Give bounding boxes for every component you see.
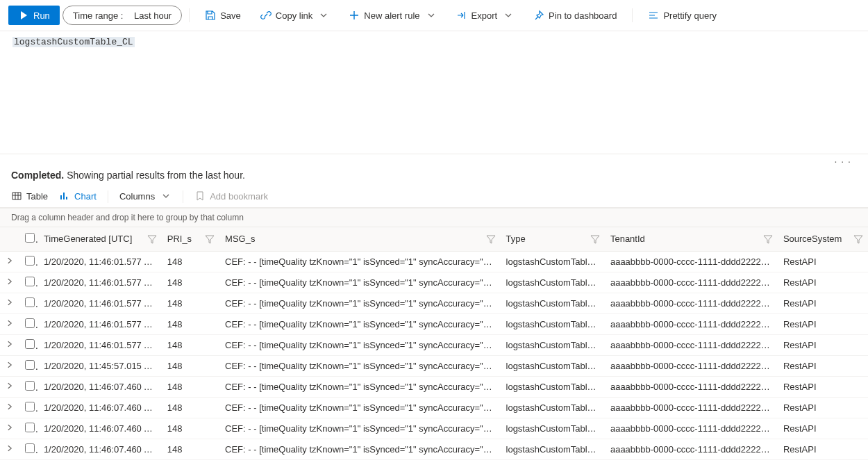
cell-pri: 148 <box>162 439 219 459</box>
time-range-button[interactable]: Time range : Last hour <box>62 6 182 25</box>
tab-chart-label: Chart <box>74 191 97 202</box>
expand-toggle[interactable] <box>0 376 19 397</box>
toolbar-separator <box>632 8 633 22</box>
export-button[interactable]: Export <box>448 6 523 25</box>
header-msg[interactable]: MSG_s <box>219 227 500 251</box>
row-check[interactable] <box>19 313 37 334</box>
row-check[interactable] <box>19 439 37 459</box>
row-checkbox[interactable] <box>25 339 35 349</box>
row-check[interactable] <box>19 397 37 418</box>
row-check[interactable] <box>19 334 37 355</box>
filter-icon[interactable] <box>204 234 215 245</box>
cell-time: 1/20/2020, 11:45:57.015 AM <box>38 355 162 376</box>
row-check[interactable] <box>19 293 37 313</box>
expand-toggle[interactable] <box>0 251 19 272</box>
header-type-label: Type <box>506 234 526 244</box>
row-check[interactable] <box>19 376 37 397</box>
expand-toggle[interactable] <box>0 397 19 418</box>
header-pri[interactable]: PRI_s <box>162 227 219 251</box>
save-icon <box>205 10 216 21</box>
filter-icon[interactable] <box>590 234 601 245</box>
cell-pri: 148 <box>162 272 219 293</box>
row-checkbox[interactable] <box>25 360 35 370</box>
cell-time: 1/20/2020, 11:46:07.460 AM <box>38 376 162 397</box>
tab-separator <box>183 190 183 203</box>
tab-chart[interactable]: Chart <box>59 190 97 203</box>
row-checkbox[interactable] <box>25 256 35 266</box>
columns-dropdown[interactable]: Columns <box>119 190 172 203</box>
pin-button[interactable]: Pin to dashboard <box>525 6 625 25</box>
expand-toggle[interactable] <box>0 293 19 313</box>
table-row[interactable]: 1/20/2020, 11:46:07.460 AM148CEF: - - [t… <box>0 397 868 418</box>
cell-msg: CEF: - - [timeQuality tzKnown="1" isSync… <box>219 376 500 397</box>
filter-icon[interactable] <box>485 234 496 245</box>
header-type[interactable]: Type <box>501 227 605 251</box>
header-source-label: SourceSystem <box>783 234 842 244</box>
header-time[interactable]: TimeGenerated [UTC] <box>38 227 162 251</box>
filter-icon[interactable] <box>147 234 158 245</box>
filter-icon[interactable] <box>853 234 864 245</box>
table-row[interactable]: 1/20/2020, 11:46:01.577 AM148CEF: - - [t… <box>0 272 868 293</box>
expand-toggle[interactable] <box>0 355 19 376</box>
row-checkbox[interactable] <box>25 297 35 307</box>
row-checkbox[interactable] <box>25 402 35 411</box>
header-check[interactable] <box>19 227 37 251</box>
expand-toggle[interactable] <box>0 439 19 459</box>
results-table: TimeGenerated [UTC] PRI_s MSG_s Type Ten… <box>0 227 868 460</box>
header-msg-label: MSG_s <box>225 234 255 244</box>
group-by-drop-zone[interactable]: Drag a column header and drop it here to… <box>0 208 868 227</box>
row-checkbox[interactable] <box>25 381 35 391</box>
cell-tenant: aaaabbbb-0000-cccc-1111-dddd2222eeee <box>605 313 778 334</box>
table-row[interactable]: 1/20/2020, 11:46:01.577 AM148CEF: - - [t… <box>0 251 868 272</box>
row-checkbox[interactable] <box>25 423 35 432</box>
more-icon[interactable]: · · · <box>0 154 868 163</box>
new-alert-button[interactable]: New alert rule <box>340 6 444 25</box>
expand-toggle[interactable] <box>0 418 19 439</box>
bookmark-label: Add bookmark <box>210 191 268 202</box>
table-row[interactable]: 1/20/2020, 11:46:07.460 AM148CEF: - - [t… <box>0 439 868 459</box>
cell-pri: 148 <box>162 397 219 418</box>
table-row[interactable]: 1/20/2020, 11:46:01.577 AM148CEF: - - [t… <box>0 293 868 313</box>
prettify-button[interactable]: Prettify query <box>640 6 725 25</box>
cell-tenant: aaaabbbb-0000-cccc-1111-dddd2222eeee <box>605 355 778 376</box>
pin-icon <box>533 10 544 21</box>
tab-table[interactable]: Table <box>11 190 48 203</box>
copy-link-button[interactable]: Copy link <box>252 6 337 25</box>
cell-type: logstashCustomTable_CL <box>501 439 605 459</box>
run-button[interactable]: Run <box>8 6 60 25</box>
export-label: Export <box>471 10 498 21</box>
row-checkbox[interactable] <box>25 443 35 453</box>
cell-pri: 148 <box>162 293 219 313</box>
cell-tenant: aaaabbbb-0000-cccc-1111-dddd2222eeee <box>605 439 778 459</box>
row-check[interactable] <box>19 355 37 376</box>
expand-toggle[interactable] <box>0 334 19 355</box>
table-row[interactable]: 1/20/2020, 11:45:57.015 AM148CEF: - - [t… <box>0 355 868 376</box>
cell-type: logstashCustomTable_CL <box>501 376 605 397</box>
table-row[interactable]: 1/20/2020, 11:46:01.577 AM148CEF: - - [t… <box>0 313 868 334</box>
table-row[interactable]: 1/20/2020, 11:46:07.460 AM148CEF: - - [t… <box>0 376 868 397</box>
cell-time: 1/20/2020, 11:46:01.577 AM <box>38 251 162 272</box>
filter-icon[interactable] <box>762 234 774 245</box>
header-source[interactable]: SourceSystem <box>778 227 868 251</box>
save-button[interactable]: Save <box>197 6 249 25</box>
row-check[interactable] <box>19 418 37 439</box>
cell-tenant: aaaabbbb-0000-cccc-1111-dddd2222eeee <box>605 418 778 439</box>
expand-toggle[interactable] <box>0 272 19 293</box>
row-check[interactable] <box>19 272 37 293</box>
row-check[interactable] <box>19 251 37 272</box>
select-all-checkbox[interactable] <box>25 233 35 243</box>
plus-icon <box>349 10 360 21</box>
link-icon <box>260 10 272 21</box>
run-label: Run <box>33 10 50 21</box>
time-range-value: Last hour <box>134 10 172 21</box>
row-checkbox[interactable] <box>25 277 35 286</box>
status-label: Completed. <box>11 170 64 181</box>
query-editor[interactable]: logstashCustomTable_CL <box>0 31 868 154</box>
cell-time: 1/20/2020, 11:46:01.577 AM <box>38 313 162 334</box>
header-tenant[interactable]: TenantId <box>605 227 778 251</box>
expand-toggle[interactable] <box>0 313 19 334</box>
table-row[interactable]: 1/20/2020, 11:46:07.460 AM148CEF: - - [t… <box>0 418 868 439</box>
row-checkbox[interactable] <box>25 318 35 328</box>
query-text: logstashCustomTable_CL <box>12 37 135 47</box>
table-row[interactable]: 1/20/2020, 11:46:01.577 AM148CEF: - - [t… <box>0 334 868 355</box>
